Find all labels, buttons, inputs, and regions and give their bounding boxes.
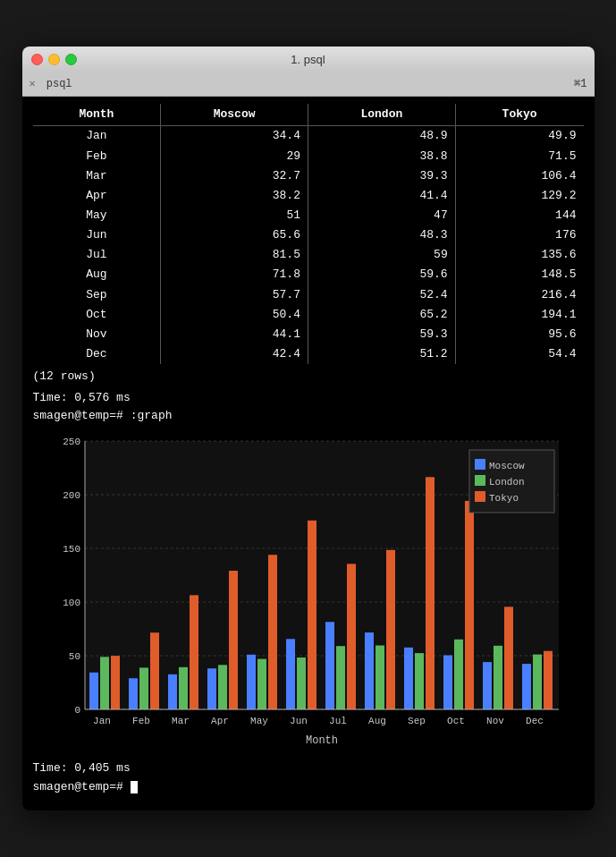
cell-value: 44.1 [161,325,308,344]
svg-text:Jun: Jun [290,716,308,726]
cell-value: 148.5 [455,265,583,284]
cell-value: 71.8 [161,265,308,284]
terminal-content: Month Moscow London Tokyo Jan34.448.949.… [22,97,595,810]
prompt-text-2: smagen@temp=# [33,780,131,793]
svg-rect-30 [308,521,316,709]
col-london: London [308,104,455,126]
svg-rect-17 [139,668,148,710]
svg-rect-47 [533,655,542,709]
cell-month: Sep [33,285,161,305]
svg-rect-43 [483,663,492,710]
svg-rect-35 [376,646,384,710]
cell-value: 32.7 [161,166,308,186]
svg-text:Nov: Nov [486,716,504,726]
timing-2: Time: 0,405 ms smagen@temp=# [33,759,584,795]
cell-value: 39.3 [308,166,455,186]
cell-value: 48.9 [308,126,455,147]
cell-month: Jan [33,126,161,147]
svg-text:London: London [489,477,525,488]
svg-text:Sep: Sep [408,716,426,726]
svg-rect-44 [494,646,502,709]
cell-value: 42.4 [161,344,308,364]
cell-value: 59 [308,245,455,265]
cell-value: 59.3 [308,325,455,344]
table-row: Nov44.159.395.6 [33,325,584,344]
table-row: Apr38.241.4129.2 [33,186,584,206]
tab-shortcut: ⌘1 [574,77,586,90]
svg-rect-31 [325,623,334,710]
svg-rect-33 [347,564,356,710]
svg-text:0: 0 [74,705,80,716]
cell-value: 29 [161,147,308,166]
cell-value: 41.4 [308,186,455,206]
svg-text:Jul: Jul [329,716,347,726]
svg-rect-67 [475,475,485,486]
minimize-button[interactable] [48,54,60,65]
chart-area: 0 50 100 150 200 250 [33,428,584,754]
cell-value: 216.4 [455,285,583,305]
svg-rect-22 [207,669,216,710]
window-title: 1. psql [291,53,325,66]
timing-text-2: Time: 0,405 ms [33,759,584,777]
maximize-button[interactable] [65,54,77,65]
cell-value: 65.2 [308,305,455,325]
cell-month: Jun [33,225,161,245]
cell-value: 57.7 [161,285,308,305]
cell-value: 59.6 [308,265,455,284]
cell-value: 54.4 [455,344,583,364]
tab-bar: ✕ psql ⌘1 [22,72,595,97]
chart-container: 0 50 100 150 200 250 [40,432,577,754]
svg-rect-34 [365,632,374,709]
svg-rect-25 [247,655,256,709]
table-row: Mar32.739.3106.4 [33,166,584,186]
cell-value: 144 [455,206,583,225]
svg-rect-24 [229,571,238,709]
cell-month: Mar [33,166,161,186]
cell-month: Aug [33,265,161,284]
svg-rect-26 [257,659,266,709]
cell-month: Nov [33,325,161,344]
svg-text:100: 100 [63,598,80,608]
terminal-window: 1. psql ✕ psql ⌘1 Month Moscow London To… [22,47,595,810]
cell-value: 176 [455,225,583,245]
svg-rect-65 [475,459,485,470]
cell-month: Oct [33,305,161,325]
col-moscow: Moscow [161,104,308,126]
cell-value: 47 [308,206,455,225]
cell-value: 81.5 [161,245,308,265]
tab-close-icon[interactable]: ✕ [30,77,36,90]
table-row: Sep57.752.4216.4 [33,285,584,305]
svg-rect-23 [218,666,227,710]
svg-rect-38 [415,654,424,710]
cursor [131,781,138,793]
svg-rect-14 [100,658,109,710]
svg-text:Feb: Feb [132,716,150,726]
cell-value: 51.2 [308,344,455,364]
col-month: Month [33,104,161,126]
cell-value: 52.4 [308,285,455,305]
cell-value: 50.4 [161,305,308,325]
prompt-1: smagen@temp=# :graph [33,407,584,425]
svg-rect-16 [129,679,138,710]
cell-month: Feb [33,147,161,166]
table-row: Jun65.648.3176 [33,225,584,245]
title-bar: 1. psql [22,47,595,72]
svg-text:Jan: Jan [93,716,111,726]
svg-rect-46 [522,665,531,710]
svg-rect-15 [111,657,120,710]
close-button[interactable] [31,54,43,65]
table-row: Oct50.465.2194.1 [33,305,584,325]
cell-value: 49.9 [455,126,583,147]
cell-value: 38.2 [161,186,308,206]
cell-value: 129.2 [455,186,583,206]
cell-value: 34.4 [161,126,308,147]
svg-text:50: 50 [68,651,80,662]
svg-rect-13 [89,673,98,709]
svg-rect-18 [150,633,159,710]
svg-text:200: 200 [63,490,80,501]
svg-rect-39 [426,478,435,710]
tab-label[interactable]: psql [39,76,80,92]
svg-text:Aug: Aug [368,716,386,726]
cell-value: 71.5 [455,147,583,166]
svg-rect-48 [544,651,553,709]
